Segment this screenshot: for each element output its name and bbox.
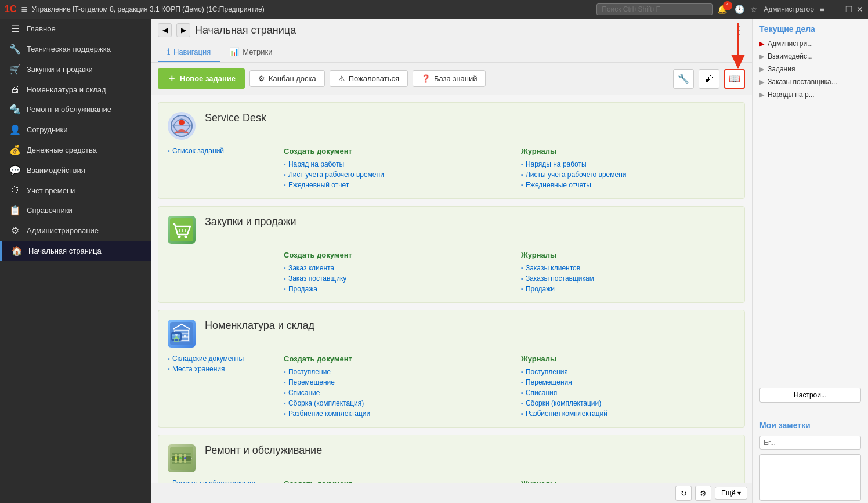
sidebar-item-label: Справочники bbox=[27, 206, 73, 215]
knowledge-button[interactable]: ❓ База знаний bbox=[413, 70, 486, 87]
link-disassemblies-journal[interactable]: ▪ Разбиения комплектаций bbox=[521, 410, 735, 418]
settings-panel-button[interactable]: Настрои... bbox=[760, 388, 861, 403]
create-header[interactable]: Создать документ bbox=[284, 251, 498, 259]
link-daily-report[interactable]: ▪ Ежедневный отчет bbox=[284, 181, 498, 189]
brush-icon: 🖌 bbox=[704, 74, 714, 84]
topbar-more-icon[interactable]: ≡ bbox=[820, 5, 824, 14]
arrow-annotation: 📖 bbox=[724, 69, 745, 89]
link-sales-journal[interactable]: ▪ Продажи bbox=[521, 285, 735, 293]
panel-divider bbox=[753, 412, 868, 412]
book-icon: 📖 bbox=[729, 73, 740, 84]
create-header[interactable]: Создать документ bbox=[284, 354, 498, 363]
link-supplier-orders-journal[interactable]: ▪ Заказы поставщикам bbox=[521, 274, 735, 283]
header-more-icon[interactable]: ⋮ bbox=[735, 24, 745, 37]
link-work-order[interactable]: ▪ Наряд на работы bbox=[284, 160, 498, 168]
link-client-orders-journal[interactable]: ▪ Заказы клиентов bbox=[521, 264, 735, 272]
journals-header[interactable]: Журналы bbox=[521, 354, 735, 363]
link-assembly[interactable]: ▪ Сборка (комплектация) bbox=[284, 399, 498, 407]
link-timesheets-journal[interactable]: ▪ Листы учета рабочего времени bbox=[521, 171, 735, 179]
link-sale[interactable]: ▪ Продажа bbox=[284, 285, 498, 293]
link-label: Списание bbox=[288, 389, 320, 397]
settings-button[interactable]: ⚙ bbox=[695, 486, 711, 501]
sidebar-item-purchases[interactable]: 🛒 Закупки и продажи bbox=[0, 59, 151, 79]
sidebar-item-repair[interactable]: 🔩 Ремонт и обслуживание bbox=[0, 99, 151, 120]
link-transfer[interactable]: ▪ Перемещение bbox=[284, 378, 498, 386]
kanban-button[interactable]: ⚙ Канбан доска bbox=[249, 70, 325, 87]
link-label: Заказы поставщикам bbox=[526, 274, 594, 283]
sidebar-item-employees[interactable]: 👤 Сотрудники bbox=[0, 120, 151, 140]
sidebar-item-label: Взаимодействия bbox=[27, 166, 85, 175]
sidebar-item-label: Сотрудники bbox=[27, 125, 67, 134]
tab-navigation[interactable]: ℹ Навигация bbox=[158, 42, 220, 62]
link-receipt[interactable]: ▪ Поступление bbox=[284, 368, 498, 376]
link-task-list[interactable]: ▪ Список заданий bbox=[168, 147, 284, 155]
link-writeoff[interactable]: ▪ Списание bbox=[284, 389, 498, 397]
right-panel-item-interactions[interactable]: ▶ Взаимодейс... bbox=[753, 50, 868, 63]
minimize-button[interactable]: — bbox=[834, 5, 842, 14]
notes-input[interactable] bbox=[760, 436, 861, 450]
main-scroll[interactable]: Service Desk ▪ Список заданий bbox=[151, 95, 752, 483]
star-icon[interactable]: ☆ bbox=[750, 5, 758, 14]
sidebar-item-warehouse[interactable]: 🖨 Номенклатура и склад bbox=[0, 79, 151, 99]
link-writeoffs-journal[interactable]: ▪ Списания bbox=[521, 389, 735, 397]
link-disassembly[interactable]: ▪ Разбиение комплектации bbox=[284, 410, 498, 418]
notes-textarea[interactable] bbox=[760, 454, 861, 501]
restore-button[interactable]: ❐ bbox=[845, 5, 853, 14]
sidebar-item-money[interactable]: 💰 Денежные средства bbox=[0, 140, 151, 160]
hamburger-menu-icon[interactable]: ≡ bbox=[21, 3, 27, 16]
wrench-button[interactable]: 🔧 bbox=[673, 69, 694, 89]
complain-label: Пожаловаться bbox=[349, 74, 399, 83]
book-button[interactable]: 📖 bbox=[724, 69, 745, 89]
sidebar-item-label: Ремонт и обслуживание bbox=[27, 105, 111, 114]
sidebar-item-timekeeping[interactable]: ⏱ Учет времени bbox=[0, 180, 151, 200]
item-label: Администри... bbox=[768, 39, 813, 48]
link-receipts-journal[interactable]: ▪ Поступления bbox=[521, 368, 735, 376]
window-controls: — ❐ ✕ bbox=[834, 5, 863, 14]
brush-button[interactable]: 🖌 bbox=[699, 69, 719, 89]
list-icon: ▪ bbox=[168, 366, 170, 372]
link-client-order[interactable]: ▪ Заказ клиента bbox=[284, 264, 498, 272]
right-panel-item-work-orders[interactable]: ▶ Наряды на р... bbox=[753, 88, 868, 101]
bottom-bar: ↻ ⚙ Ещё ▾ bbox=[151, 483, 752, 503]
section-service-desk: Service Desk ▪ Список заданий bbox=[158, 102, 745, 199]
journals-header[interactable]: Журналы bbox=[521, 251, 735, 259]
back-button[interactable]: ◀ bbox=[158, 23, 172, 37]
create-header[interactable]: Создать документ bbox=[284, 147, 498, 155]
item-label: Задания bbox=[768, 65, 795, 73]
tab-metrics[interactable]: 📊 Метрики bbox=[220, 42, 281, 62]
link-storage-locations[interactable]: ▪ Места хранения bbox=[168, 365, 284, 373]
new-task-button[interactable]: ＋ Новое задание bbox=[158, 68, 245, 89]
clock-icon[interactable]: 🕐 bbox=[735, 5, 744, 14]
link-timesheet[interactable]: ▪ Лист учета рабочего времени bbox=[284, 171, 498, 179]
complain-button[interactable]: ⚠ Пожаловаться bbox=[330, 70, 408, 87]
close-button[interactable]: ✕ bbox=[856, 5, 863, 14]
sidebar-item-home[interactable]: 🏠 Начальная страница bbox=[0, 241, 151, 261]
link-warehouse-docs[interactable]: ▪ Складские документы bbox=[168, 354, 284, 363]
sidebar-item-admin[interactable]: ⚙ Администрирование bbox=[0, 220, 151, 241]
sidebar-item-techsupport[interactable]: 🔧 Техническая поддержка bbox=[0, 39, 151, 59]
navigation-tab-icon: ℹ bbox=[167, 47, 170, 56]
notification-icon[interactable]: 🔔 1 bbox=[717, 5, 729, 14]
right-panel-item-tasks[interactable]: ▶ Задания bbox=[753, 63, 868, 75]
journals-col: Журналы ▪ Наряды на работы ▪ Листы учета… bbox=[521, 147, 735, 189]
doc-icon: ▪ bbox=[521, 182, 523, 189]
sidebar-item-glavnoe[interactable]: ☰ Главное bbox=[0, 19, 151, 39]
sidebar-item-references[interactable]: 📋 Справочники bbox=[0, 200, 151, 220]
search-input[interactable] bbox=[596, 3, 713, 15]
link-daily-reports-journal[interactable]: ▪ Ежедневные отчеты bbox=[521, 181, 735, 189]
journals-header[interactable]: Журналы bbox=[521, 147, 735, 155]
link-work-orders-journal[interactable]: ▪ Наряды на работы bbox=[521, 160, 735, 168]
warehouse-icon bbox=[168, 320, 196, 348]
sidebar-item-interactions[interactable]: 💬 Взаимодействия bbox=[0, 160, 151, 180]
more-button[interactable]: Ещё ▾ bbox=[715, 487, 747, 500]
section-left bbox=[168, 251, 284, 293]
printer-icon: 🖨 bbox=[9, 84, 21, 95]
link-assemblies-journal[interactable]: ▪ Сборки (комплектации) bbox=[521, 399, 735, 407]
link-transfers-journal[interactable]: ▪ Перемещения bbox=[521, 378, 735, 386]
forward-button[interactable]: ▶ bbox=[176, 23, 190, 37]
refresh-button[interactable]: ↻ bbox=[675, 486, 692, 501]
link-supplier-order[interactable]: ▪ Заказ поставщику bbox=[284, 274, 498, 283]
right-panel-item-supplier-orders[interactable]: ▶ Заказы поставщика... bbox=[753, 75, 868, 88]
doc-icon: ▪ bbox=[521, 275, 523, 282]
right-panel-item-admin[interactable]: ▶ Администри... bbox=[753, 37, 868, 50]
